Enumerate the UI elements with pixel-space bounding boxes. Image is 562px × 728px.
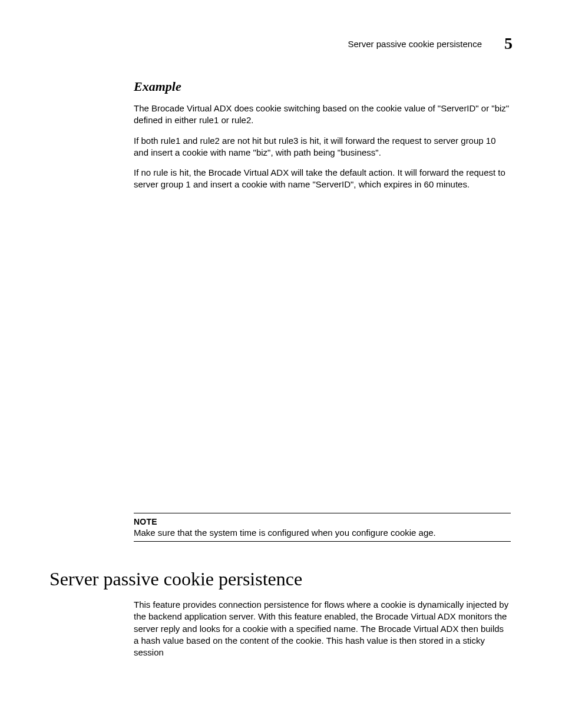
- section-paragraph-1: This feature provides connection persist…: [134, 599, 511, 658]
- example-paragraph-3: If no rule is hit, the Brocade Virtual A…: [134, 167, 511, 191]
- example-heading: Example: [134, 79, 511, 94]
- example-paragraph-2: If both rule1 and rule2 are not hit but …: [134, 135, 511, 159]
- page: Server passive cookie persistence 5 Exam…: [0, 0, 562, 728]
- section-heading: Server passive cookie persistence: [49, 568, 302, 590]
- chapter-number: 5: [504, 34, 513, 53]
- running-title: Server passive cookie persistence: [348, 39, 482, 49]
- section-body: This feature provides connection persist…: [134, 599, 511, 667]
- note-label: NOTE: [134, 517, 511, 526]
- example-section: Example The Brocade Virtual ADX does coo…: [134, 79, 511, 199]
- page-header: Server passive cookie persistence 5: [348, 34, 513, 53]
- note-text: Make sure that the system time is config…: [134, 528, 511, 538]
- example-paragraph-1: The Brocade Virtual ADX does cookie swit…: [134, 103, 511, 127]
- note-block: NOTE Make sure that the system time is c…: [134, 513, 511, 542]
